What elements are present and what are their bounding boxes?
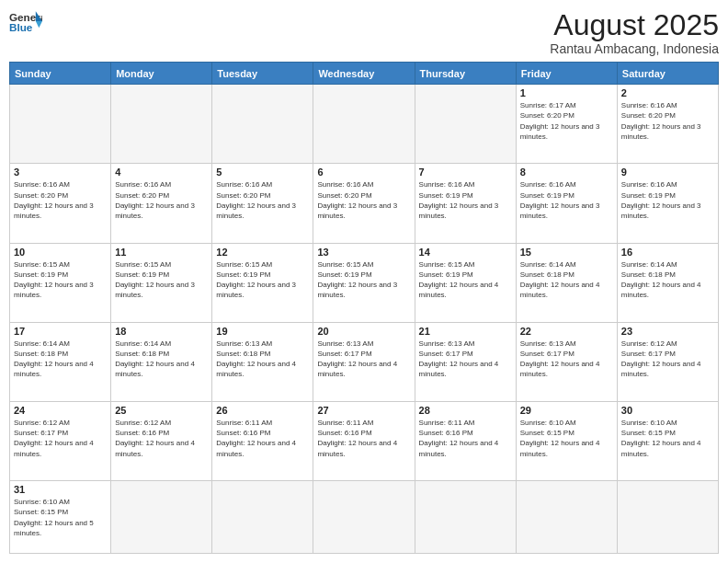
day-number: 11 — [115, 247, 208, 258]
col-monday: Monday — [111, 63, 212, 85]
day-info: Sunrise: 6:12 AMSunset: 6:17 PMDaylight:… — [621, 339, 714, 380]
col-thursday: Thursday — [415, 63, 516, 85]
calendar-cell: 6Sunrise: 6:16 AMSunset: 6:20 PMDaylight… — [313, 164, 415, 243]
calendar-cell: 29Sunrise: 6:10 AMSunset: 6:15 PMDayligh… — [516, 402, 617, 481]
day-info: Sunrise: 6:15 AMSunset: 6:19 PMDaylight:… — [115, 259, 208, 301]
day-info: Sunrise: 6:10 AMSunset: 6:15 PMDaylight:… — [14, 497, 107, 538]
day-number: 17 — [14, 326, 107, 337]
day-number: 18 — [115, 326, 208, 337]
day-number: 25 — [115, 405, 208, 416]
day-number: 21 — [419, 326, 512, 337]
day-info: Sunrise: 6:14 AMSunset: 6:18 PMDaylight:… — [14, 339, 107, 380]
logo-icon: General Blue — [9, 9, 42, 35]
calendar-cell: 8Sunrise: 6:16 AMSunset: 6:19 PMDaylight… — [516, 164, 617, 243]
calendar-cell: 23Sunrise: 6:12 AMSunset: 6:17 PMDayligh… — [617, 322, 718, 401]
day-info: Sunrise: 6:15 AMSunset: 6:19 PMDaylight:… — [14, 259, 107, 301]
calendar-cell: 12Sunrise: 6:15 AMSunset: 6:19 PMDayligh… — [212, 243, 313, 322]
calendar-week-row: 3Sunrise: 6:16 AMSunset: 6:20 PMDaylight… — [10, 164, 719, 243]
calendar-cell — [313, 481, 415, 554]
day-number: 20 — [317, 326, 410, 337]
day-number: 8 — [520, 167, 613, 178]
calendar-cell — [111, 481, 212, 554]
calendar-cell: 2Sunrise: 6:16 AMSunset: 6:20 PMDaylight… — [617, 85, 718, 164]
col-saturday: Saturday — [617, 63, 718, 85]
calendar-table: Sunday Monday Tuesday Wednesday Thursday… — [9, 62, 719, 554]
day-info: Sunrise: 6:16 AMSunset: 6:20 PMDaylight:… — [216, 179, 309, 221]
day-info: Sunrise: 6:14 AMSunset: 6:18 PMDaylight:… — [621, 259, 714, 301]
day-info: Sunrise: 6:16 AMSunset: 6:19 PMDaylight:… — [520, 179, 613, 221]
calendar-cell: 9Sunrise: 6:16 AMSunset: 6:19 PMDaylight… — [617, 164, 718, 243]
day-info: Sunrise: 6:16 AMSunset: 6:20 PMDaylight:… — [317, 179, 410, 221]
day-number: 14 — [419, 247, 512, 258]
calendar-cell: 17Sunrise: 6:14 AMSunset: 6:18 PMDayligh… — [10, 322, 111, 401]
day-info: Sunrise: 6:15 AMSunset: 6:19 PMDaylight:… — [419, 259, 512, 301]
col-wednesday: Wednesday — [313, 63, 415, 85]
day-number: 31 — [14, 484, 107, 495]
calendar-cell: 10Sunrise: 6:15 AMSunset: 6:19 PMDayligh… — [10, 243, 111, 322]
calendar-cell: 3Sunrise: 6:16 AMSunset: 6:20 PMDaylight… — [10, 164, 111, 243]
calendar-header-row: Sunday Monday Tuesday Wednesday Thursday… — [10, 63, 719, 85]
svg-marker-3 — [36, 21, 42, 28]
day-number: 28 — [419, 405, 512, 416]
day-number: 6 — [317, 167, 410, 178]
day-number: 7 — [419, 167, 512, 178]
calendar-week-row: 1Sunrise: 6:17 AMSunset: 6:20 PMDaylight… — [10, 85, 719, 164]
day-info: Sunrise: 6:16 AMSunset: 6:19 PMDaylight:… — [621, 179, 714, 221]
calendar-cell: 1Sunrise: 6:17 AMSunset: 6:20 PMDaylight… — [516, 85, 617, 164]
day-info: Sunrise: 6:15 AMSunset: 6:19 PMDaylight:… — [317, 259, 410, 301]
month-year-title: August 2025 — [550, 9, 719, 41]
calendar-cell — [415, 85, 516, 164]
calendar-cell: 28Sunrise: 6:11 AMSunset: 6:16 PMDayligh… — [415, 402, 516, 481]
day-info: Sunrise: 6:16 AMSunset: 6:20 PMDaylight:… — [115, 179, 208, 221]
location-subtitle: Rantau Ambacang, Indonesia — [550, 41, 719, 56]
calendar-cell: 21Sunrise: 6:13 AMSunset: 6:17 PMDayligh… — [415, 322, 516, 401]
day-number: 27 — [317, 405, 410, 416]
calendar-week-row: 31Sunrise: 6:10 AMSunset: 6:15 PMDayligh… — [10, 481, 719, 554]
calendar-cell: 31Sunrise: 6:10 AMSunset: 6:15 PMDayligh… — [10, 481, 111, 554]
day-info: Sunrise: 6:14 AMSunset: 6:18 PMDaylight:… — [115, 339, 208, 380]
page: General Blue August 2025 Rantau Ambacang… — [0, 0, 728, 563]
day-info: Sunrise: 6:15 AMSunset: 6:19 PMDaylight:… — [216, 259, 309, 301]
day-number: 5 — [216, 167, 309, 178]
day-info: Sunrise: 6:13 AMSunset: 6:17 PMDaylight:… — [419, 339, 512, 380]
day-number: 3 — [14, 167, 107, 178]
day-number: 10 — [14, 247, 107, 258]
col-tuesday: Tuesday — [212, 63, 313, 85]
calendar-cell: 27Sunrise: 6:11 AMSunset: 6:16 PMDayligh… — [313, 402, 415, 481]
calendar-cell — [617, 481, 718, 554]
logo: General Blue — [9, 9, 42, 35]
day-info: Sunrise: 6:16 AMSunset: 6:19 PMDaylight:… — [419, 179, 512, 221]
calendar-cell: 15Sunrise: 6:14 AMSunset: 6:18 PMDayligh… — [516, 243, 617, 322]
day-info: Sunrise: 6:16 AMSunset: 6:20 PMDaylight:… — [621, 100, 714, 142]
day-info: Sunrise: 6:16 AMSunset: 6:20 PMDaylight:… — [14, 179, 107, 221]
col-friday: Friday — [516, 63, 617, 85]
calendar-cell — [516, 481, 617, 554]
calendar-cell: 26Sunrise: 6:11 AMSunset: 6:16 PMDayligh… — [212, 402, 313, 481]
calendar-cell: 5Sunrise: 6:16 AMSunset: 6:20 PMDaylight… — [212, 164, 313, 243]
day-info: Sunrise: 6:11 AMSunset: 6:16 PMDaylight:… — [216, 418, 309, 459]
day-number: 9 — [621, 167, 714, 178]
calendar-cell — [212, 481, 313, 554]
title-block: August 2025 Rantau Ambacang, Indonesia — [550, 9, 719, 56]
calendar-cell: 13Sunrise: 6:15 AMSunset: 6:19 PMDayligh… — [313, 243, 415, 322]
calendar-cell — [313, 85, 415, 164]
calendar-cell — [10, 85, 111, 164]
day-info: Sunrise: 6:17 AMSunset: 6:20 PMDaylight:… — [520, 100, 613, 142]
day-info: Sunrise: 6:10 AMSunset: 6:15 PMDaylight:… — [621, 418, 714, 459]
day-info: Sunrise: 6:13 AMSunset: 6:17 PMDaylight:… — [317, 339, 410, 380]
calendar-cell — [212, 85, 313, 164]
day-number: 19 — [216, 326, 309, 337]
day-number: 29 — [520, 405, 613, 416]
day-number: 12 — [216, 247, 309, 258]
calendar-cell — [415, 481, 516, 554]
calendar-week-row: 10Sunrise: 6:15 AMSunset: 6:19 PMDayligh… — [10, 243, 719, 322]
calendar-cell: 30Sunrise: 6:10 AMSunset: 6:15 PMDayligh… — [617, 402, 718, 481]
calendar-cell: 25Sunrise: 6:12 AMSunset: 6:16 PMDayligh… — [111, 402, 212, 481]
calendar-cell: 24Sunrise: 6:12 AMSunset: 6:17 PMDayligh… — [10, 402, 111, 481]
day-number: 1 — [520, 87, 613, 98]
day-info: Sunrise: 6:13 AMSunset: 6:17 PMDaylight:… — [520, 339, 613, 380]
calendar-cell: 16Sunrise: 6:14 AMSunset: 6:18 PMDayligh… — [617, 243, 718, 322]
calendar-cell: 7Sunrise: 6:16 AMSunset: 6:19 PMDaylight… — [415, 164, 516, 243]
day-number: 30 — [621, 405, 714, 416]
day-number: 26 — [216, 405, 309, 416]
